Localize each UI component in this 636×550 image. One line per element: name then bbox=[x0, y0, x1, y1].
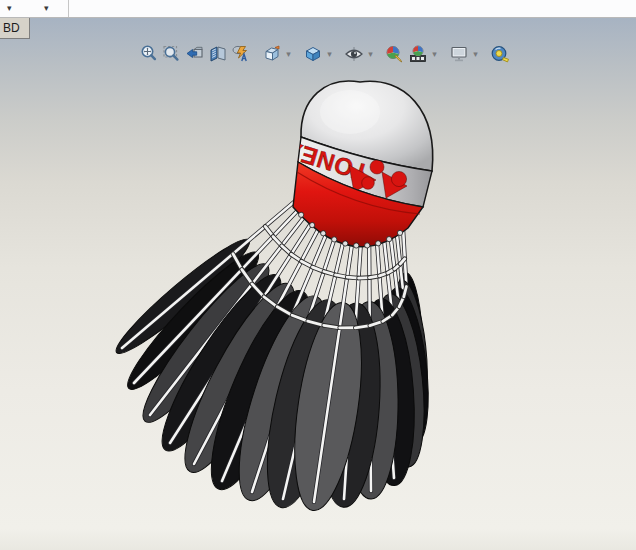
shaft-knob bbox=[354, 243, 359, 248]
view-settings-icon bbox=[449, 44, 469, 64]
zoom-to-area-button[interactable] bbox=[161, 42, 183, 66]
view-settings-button[interactable] bbox=[448, 42, 470, 66]
shaft-knob bbox=[397, 230, 402, 235]
view-settings-caret-icon[interactable]: ▾ bbox=[471, 42, 480, 66]
dynamic-annotation-views-button[interactable] bbox=[230, 42, 252, 66]
display-style-button[interactable] bbox=[302, 42, 324, 66]
section-view-button[interactable] bbox=[207, 42, 229, 66]
menu-dropdown-caret-icon[interactable]: ▾ bbox=[44, 1, 49, 16]
zoom-to-area-icon bbox=[162, 44, 182, 64]
hide-show-items-caret-icon[interactable]: ▾ bbox=[366, 42, 375, 66]
shaft-knob bbox=[332, 237, 337, 242]
apply-scene-caret-icon[interactable]: ▾ bbox=[430, 42, 439, 66]
dynamic-annotation-views-icon bbox=[231, 44, 251, 64]
document-tab[interactable]: BD bbox=[0, 18, 30, 39]
measure-icon bbox=[490, 44, 510, 64]
shaft-knob bbox=[310, 222, 315, 227]
cork-cap: YONEX bbox=[282, 81, 433, 247]
feather-skirt bbox=[108, 196, 435, 515]
shaft-knob bbox=[376, 241, 381, 246]
shaft-knob bbox=[321, 231, 326, 236]
logo-circle bbox=[391, 171, 406, 186]
view-orientation-icon bbox=[262, 44, 282, 64]
logo-circle bbox=[362, 177, 375, 190]
zoom-to-fit-button[interactable] bbox=[138, 42, 160, 66]
display-style-caret-icon[interactable]: ▾ bbox=[325, 42, 334, 66]
edit-appearance-button[interactable] bbox=[384, 42, 406, 66]
shaft-knob bbox=[386, 237, 391, 242]
viewport[interactable]: ▾ ▾ ▾ bbox=[0, 18, 636, 550]
shuttlecock-model[interactable]: YONEX bbox=[0, 18, 636, 550]
display-style-icon bbox=[303, 44, 323, 64]
previous-view-button[interactable] bbox=[184, 42, 206, 66]
previous-view-icon bbox=[185, 44, 205, 64]
view-orientation-caret-icon[interactable]: ▾ bbox=[284, 42, 293, 66]
menu-dropdown-caret-icon[interactable]: ▾ bbox=[7, 1, 12, 16]
measure-button[interactable] bbox=[489, 42, 511, 66]
shaft-knob bbox=[343, 241, 348, 246]
menu-separator bbox=[68, 0, 69, 17]
menu-bar: ▾ ▾ bbox=[0, 0, 636, 18]
section-view-icon bbox=[208, 44, 228, 64]
shaft-knob bbox=[365, 243, 370, 248]
edit-appearance-icon bbox=[385, 44, 405, 64]
hide-show-items-button[interactable] bbox=[343, 42, 365, 66]
apply-scene-icon bbox=[408, 44, 428, 64]
heads-up-toolbar: ▾ ▾ ▾ bbox=[138, 41, 512, 67]
shaft-knob bbox=[299, 212, 304, 217]
view-orientation-button[interactable] bbox=[261, 42, 283, 66]
hide-show-items-icon bbox=[344, 44, 364, 64]
zoom-to-fit-icon bbox=[139, 44, 159, 64]
dome-highlight bbox=[320, 90, 380, 134]
apply-scene-button[interactable] bbox=[407, 42, 429, 66]
document-tab-label: BD bbox=[3, 21, 20, 35]
